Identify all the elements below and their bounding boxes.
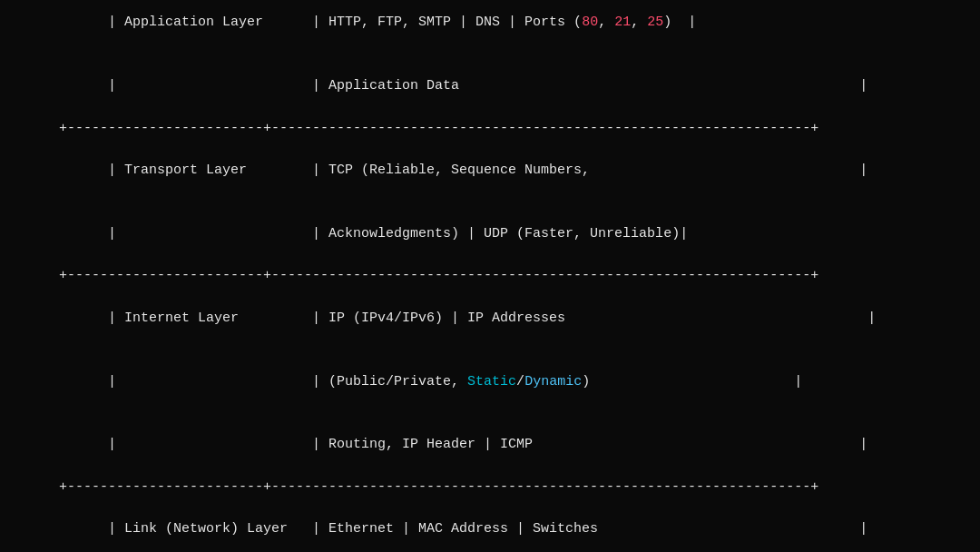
application-layer-blank: |	[108, 78, 312, 94]
application-layer-label: | Application Layer	[108, 15, 312, 30]
separator-3: +------------------------+--------------…	[59, 477, 921, 498]
internet-layer-line3: | | Routing, IP Header | ICMP |	[59, 413, 921, 477]
internet-layer-row: | Internet Layer | IP (IPv4/IPv6) | IP A…	[59, 287, 921, 477]
link-layer-label: | Link (Network) Layer	[108, 521, 312, 537]
internet-layer-line2: | | (Public/Private, Static/Dynamic) |	[59, 350, 921, 413]
network-table: +------------------------+--------------…	[59, 0, 921, 552]
transport-layer-line2: | | Acknowledgments) | UDP (Faster, Unre…	[59, 202, 921, 266]
transport-layer-blank: |	[108, 226, 312, 242]
transport-layer-detail2: | Acknowledgments) | UDP (Faster, Unreli…	[312, 226, 688, 242]
internet-layer-detail1: | IP (IPv4/IPv6) | IP Addresses |	[312, 310, 876, 326]
internet-layer-blank2: |	[108, 437, 312, 452]
internet-layer-detail3: | Routing, IP Header | ICMP |	[312, 437, 867, 452]
port-25: 25	[647, 15, 663, 30]
separator-2: +------------------------+--------------…	[59, 265, 921, 286]
application-layer-detail2: | Application Data |	[312, 78, 867, 94]
link-layer-row: | Link (Network) Layer | Ethernet | MAC …	[59, 498, 921, 552]
transport-layer-label: | Transport Layer	[108, 163, 312, 178]
transport-layer-row: | Transport Layer | TCP (Reliable, Seque…	[59, 139, 921, 266]
internet-layer-detail2: | (Public/Private, Static/Dynamic) |	[312, 374, 802, 389]
transport-layer-line1: | Transport Layer | TCP (Reliable, Seque…	[59, 139, 921, 202]
link-layer-detail1: | Ethernet | MAC Address | Switches |	[312, 521, 867, 537]
application-layer-line1: | Application Layer | HTTP, FTP, SMTP | …	[59, 0, 921, 54]
internet-layer-blank1: |	[108, 374, 312, 389]
link-layer-line1: | Link (Network) Layer | Ethernet | MAC …	[59, 498, 921, 552]
internet-layer-label: | Internet Layer	[108, 310, 312, 326]
separator-1: +------------------------+--------------…	[59, 118, 921, 139]
application-layer-detail1: | HTTP, FTP, SMTP | DNS | Ports (80, 21,…	[312, 15, 696, 30]
dynamic-text: Dynamic	[524, 374, 582, 389]
port-21: 21	[614, 15, 631, 30]
internet-layer-line1: | Internet Layer | IP (IPv4/IPv6) | IP A…	[59, 287, 921, 350]
application-layer-line2: | | Application Data |	[59, 54, 921, 118]
application-layer-row: | Application Layer | HTTP, FTP, SMTP | …	[59, 0, 921, 118]
static-text: Static	[467, 374, 516, 389]
transport-layer-detail1: | TCP (Reliable, Sequence Numbers, |	[312, 163, 867, 178]
port-80: 80	[582, 15, 598, 30]
